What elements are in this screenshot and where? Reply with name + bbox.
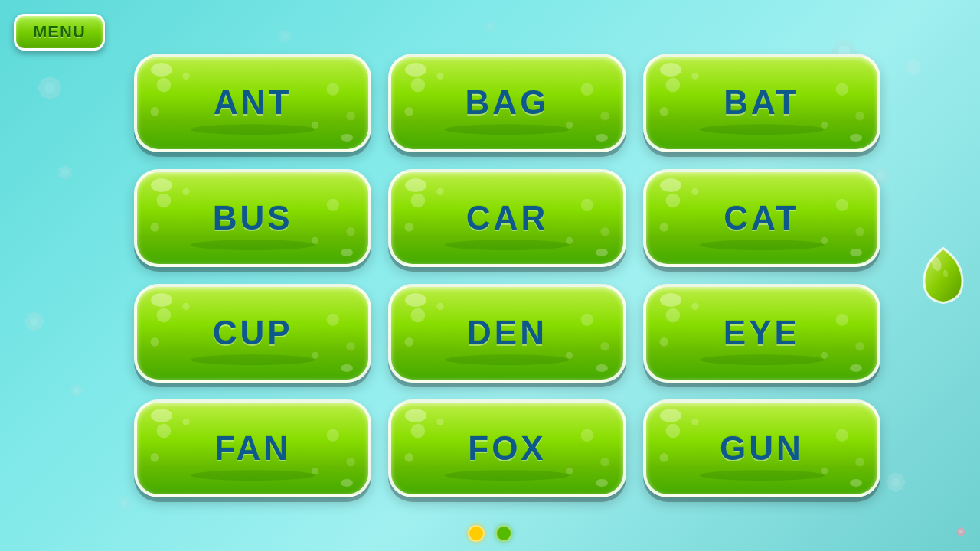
word-label-cup: CUP <box>213 314 293 352</box>
word-button-bag[interactable]: BAG <box>388 54 626 152</box>
svg-point-56 <box>956 527 965 537</box>
pagination <box>468 525 512 542</box>
svg-point-80 <box>601 112 610 121</box>
svg-point-65 <box>487 21 493 32</box>
svg-point-51 <box>118 496 131 510</box>
next-arrow[interactable] <box>923 247 965 305</box>
svg-point-112 <box>150 337 159 347</box>
svg-point-129 <box>855 342 864 351</box>
word-label-ant: ANT <box>214 83 292 122</box>
word-button-den[interactable]: DEN <box>388 284 626 383</box>
svg-point-99 <box>437 187 444 194</box>
word-button-cup[interactable]: CUP <box>134 284 371 383</box>
svg-point-5 <box>61 165 69 180</box>
svg-point-145 <box>445 470 570 481</box>
svg-point-14 <box>74 384 80 396</box>
svg-point-141 <box>437 418 444 425</box>
svg-point-115 <box>346 342 355 351</box>
svg-point-140 <box>405 453 414 462</box>
svg-point-82 <box>445 124 570 135</box>
svg-point-17 <box>70 383 83 397</box>
svg-point-101 <box>601 227 610 236</box>
svg-point-87 <box>855 112 864 121</box>
svg-point-47 <box>892 478 900 487</box>
svg-point-67 <box>483 21 496 33</box>
svg-point-79 <box>581 83 593 96</box>
svg-point-109 <box>821 236 828 243</box>
svg-point-113 <box>182 303 189 310</box>
svg-point-12 <box>24 311 44 331</box>
pagination-dot-2[interactable] <box>495 525 512 542</box>
word-label-fox: FOX <box>468 429 546 468</box>
svg-point-106 <box>691 187 698 194</box>
svg-point-139 <box>411 423 426 438</box>
pagination-dot-1[interactable] <box>468 525 485 542</box>
svg-point-46 <box>885 471 906 492</box>
svg-point-125 <box>665 308 680 323</box>
svg-point-63 <box>278 29 292 44</box>
svg-point-59 <box>959 530 963 534</box>
svg-point-127 <box>691 303 698 310</box>
svg-point-118 <box>411 308 426 323</box>
svg-point-72 <box>327 83 339 96</box>
word-button-eye[interactable]: EYE <box>643 284 880 383</box>
word-button-car[interactable]: CAR <box>388 169 626 268</box>
svg-point-121 <box>581 314 593 326</box>
word-button-bus[interactable]: BUS <box>134 169 371 268</box>
svg-point-147 <box>659 453 668 462</box>
svg-point-81 <box>566 122 573 129</box>
svg-point-73 <box>346 112 355 121</box>
svg-point-131 <box>699 354 824 365</box>
word-button-ant[interactable]: ANT <box>134 54 371 152</box>
word-label-eye: EYE <box>724 314 800 352</box>
svg-point-124 <box>445 354 570 365</box>
svg-point-143 <box>601 457 610 466</box>
svg-point-128 <box>835 314 848 326</box>
svg-point-93 <box>327 198 339 210</box>
svg-point-77 <box>405 107 414 116</box>
svg-point-108 <box>855 227 864 236</box>
svg-point-58 <box>956 528 966 535</box>
svg-point-144 <box>566 467 573 474</box>
svg-point-123 <box>566 352 573 359</box>
word-label-den: DEN <box>467 314 547 352</box>
svg-point-1 <box>37 75 63 101</box>
svg-point-4 <box>44 83 55 93</box>
svg-point-57 <box>956 527 965 537</box>
svg-point-133 <box>150 453 159 462</box>
svg-point-117 <box>191 354 315 365</box>
svg-point-114 <box>327 314 339 326</box>
svg-point-85 <box>691 73 698 80</box>
svg-point-75 <box>191 124 315 135</box>
word-button-bat[interactable]: BAT <box>643 54 880 152</box>
svg-point-16 <box>70 383 83 397</box>
svg-point-97 <box>411 193 426 207</box>
word-label-cat: CAT <box>724 199 799 237</box>
word-button-fan[interactable]: FAN <box>134 399 371 498</box>
word-button-cat[interactable]: CAT <box>643 169 880 268</box>
svg-point-9 <box>29 311 39 331</box>
svg-point-10 <box>24 311 44 331</box>
svg-point-107 <box>835 198 848 210</box>
svg-point-138 <box>191 470 315 481</box>
svg-point-15 <box>70 386 83 396</box>
menu-button[interactable]: MENU <box>14 14 105 51</box>
word-label-bat: BAT <box>724 83 799 122</box>
svg-point-61 <box>278 29 292 44</box>
svg-point-48 <box>121 497 128 510</box>
svg-point-70 <box>150 107 159 116</box>
svg-point-151 <box>821 467 828 474</box>
svg-point-8 <box>62 169 69 176</box>
word-label-bag: BAG <box>466 83 550 122</box>
svg-point-149 <box>835 429 848 441</box>
word-button-gun[interactable]: GUN <box>643 399 880 498</box>
svg-point-49 <box>117 498 132 509</box>
word-button-fox[interactable]: FOX <box>388 399 626 498</box>
svg-point-55 <box>956 528 966 535</box>
svg-point-11 <box>24 316 44 326</box>
svg-point-96 <box>191 240 315 250</box>
svg-point-45 <box>886 477 905 487</box>
svg-point-92 <box>182 187 189 194</box>
svg-point-0 <box>44 77 57 100</box>
svg-point-69 <box>157 78 172 93</box>
